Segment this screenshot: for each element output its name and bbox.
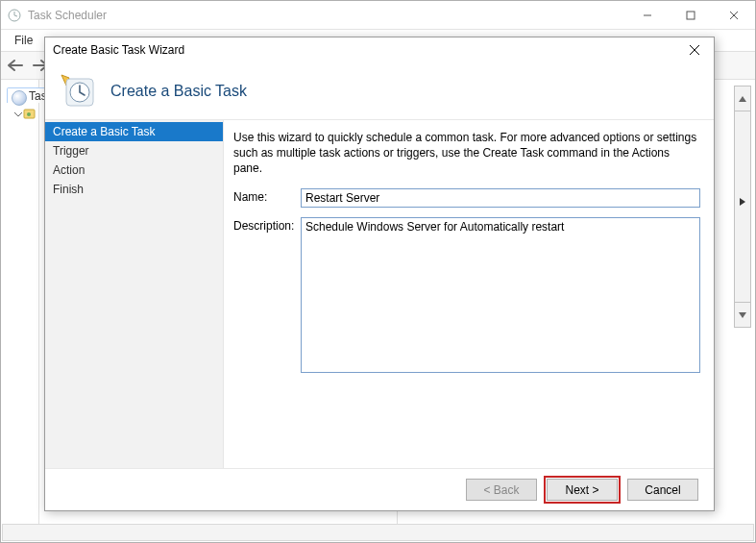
maximize-button[interactable]	[669, 1, 712, 29]
minimize-button[interactable]	[625, 1, 669, 29]
step-trigger[interactable]: Trigger	[45, 141, 223, 160]
step-create-basic-task[interactable]: Create a Basic Task	[45, 122, 223, 141]
tree-pane: Tas	[1, 80, 39, 541]
wizard-clock-icon	[59, 73, 95, 110]
cancel-button[interactable]: Cancel	[627, 479, 698, 501]
spin-mid[interactable]	[735, 111, 750, 303]
step-finish[interactable]: Finish	[45, 180, 223, 199]
spin-up[interactable]	[735, 86, 750, 111]
svg-point-3	[27, 112, 31, 116]
dialog-heading: Create a Basic Task	[110, 83, 247, 100]
dialog-header: Create a Basic Task	[45, 62, 714, 120]
next-button[interactable]: Next >	[547, 479, 618, 501]
dialog-titlebar: Create Basic Task Wizard	[45, 37, 714, 62]
name-input[interactable]	[301, 188, 700, 208]
status-bar	[2, 524, 754, 541]
close-icon	[689, 44, 700, 56]
back-arrow-icon[interactable]	[5, 55, 26, 76]
step-action[interactable]: Action	[45, 160, 223, 180]
wizard-intro-text: Use this wizard to quickly schedule a co…	[233, 130, 700, 177]
wizard-content: Use this wizard to quickly schedule a co…	[224, 120, 714, 468]
svg-rect-1	[687, 12, 695, 19]
dialog-title: Create Basic Task Wizard	[53, 43, 675, 57]
main-titlebar: Task Scheduler	[1, 1, 755, 30]
description-label: Description:	[233, 217, 301, 233]
dialog-footer: < Back Next > Cancel	[45, 468, 714, 510]
back-button: < Back	[466, 479, 537, 501]
scroll-spinner	[734, 86, 751, 328]
name-label: Name:	[233, 188, 301, 204]
tree-expand-icon[interactable]	[12, 109, 36, 122]
menu-file[interactable]: File	[7, 32, 40, 49]
create-basic-task-wizard-dialog: Create Basic Task Wizard Create a Basic …	[44, 37, 715, 511]
spin-down[interactable]	[735, 303, 750, 327]
close-main-button[interactable]	[712, 1, 755, 29]
description-textarea[interactable]	[301, 217, 700, 373]
clock-icon	[7, 8, 22, 23]
dialog-close-button[interactable]	[675, 37, 714, 62]
wizard-steps: Create a Basic Task Trigger Action Finis…	[45, 120, 224, 468]
main-window-title: Task Scheduler	[28, 9, 625, 22]
